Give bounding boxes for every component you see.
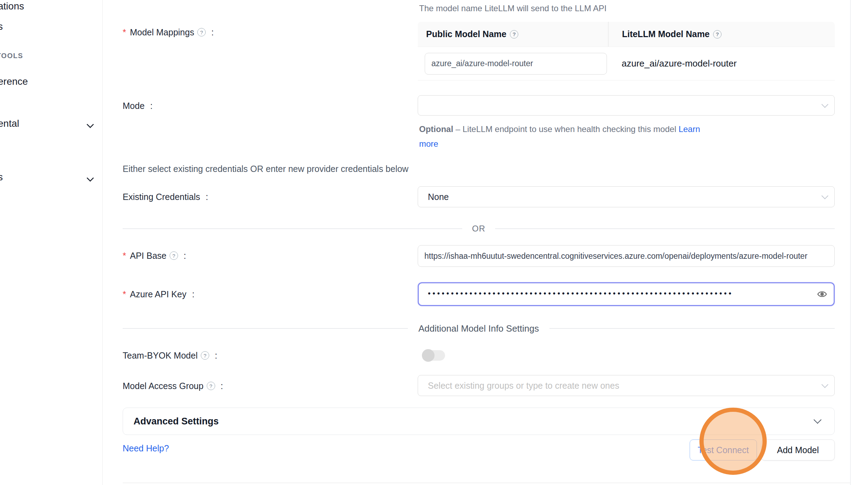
chevron-down-icon [821,101,828,108]
table-row: azure_ai/azure-model-router [418,47,835,81]
add-model-form-page: ations s TOOLS erence ental s The model … [0,0,868,485]
credentials-note: Either select existing credentials OR en… [123,164,409,174]
mode-help-prefix: Optional [419,124,453,134]
additional-settings-divider: Additional Model Info Settings [123,323,835,334]
chevron-down-icon [821,192,828,199]
team-byok-toggle[interactable] [423,350,445,361]
sidebar-item-erence[interactable]: erence [0,76,28,87]
model-mappings-header: Public Model Name ? LiteLLM Model Name ? [418,22,835,47]
test-connect-button[interactable]: Test Connect [690,439,757,460]
model-access-group-label: Model Access Group ? [123,379,223,393]
help-icon[interactable]: ? [170,251,178,260]
help-icon[interactable]: ? [207,382,215,390]
api-base-input[interactable] [418,245,835,267]
sidebar-item-s2[interactable]: s [0,172,3,183]
help-icon[interactable]: ? [713,30,722,39]
help-icon[interactable]: ? [510,30,518,39]
litellm-model-name-value: azure_ai/azure-model-router [622,58,737,69]
model-name-hint: The model name LiteLLM will send to the … [419,4,607,13]
sidebar-item-label: ental [0,118,19,129]
help-icon[interactable]: ? [201,351,209,360]
sidebar-item-ations[interactable]: ations [0,1,24,12]
chevron-down-icon [814,416,822,424]
mode-label: Mode [123,99,152,113]
model-access-group-placeholder: Select existing groups or type to create… [428,381,822,391]
existing-credentials-label: Existing Credentials [123,190,208,204]
required-asterisk: * [123,289,126,299]
need-help-link[interactable]: Need Help? [123,443,169,453]
sidebar-item-label: s [0,21,3,32]
sidebar-item-ental[interactable]: ental [0,118,19,129]
model-mappings-table: Public Model Name ? LiteLLM Model Name ?… [418,22,835,81]
advanced-settings-title: Advanced Settings [134,416,815,427]
public-model-name-input[interactable] [425,53,607,75]
azure-api-key-input[interactable]: ••••••••••••••••••••••••••••••••••••••••… [418,282,835,306]
model-mappings-label: * Model Mappings ? [123,25,214,39]
azure-api-key-label: * Azure API Key [123,287,194,301]
existing-credentials-select[interactable]: None [418,186,835,207]
existing-credentials-value: None [428,192,822,202]
mode-help-text: Optional – LiteLLM endpoint to use when … [419,122,717,151]
sidebar-section-label: TOOLS [0,52,23,60]
chevron-down-icon [821,381,828,388]
sidebar-item-label: erence [0,76,28,87]
chevron-down-icon[interactable] [87,121,94,128]
required-asterisk: * [123,27,126,37]
mode-select[interactable] [418,95,835,116]
column-public-model-name: Public Model Name ? [418,22,609,47]
bottom-divider [123,483,851,483]
sidebar-item-label: s [0,172,3,183]
help-icon[interactable]: ? [197,28,206,36]
model-access-group-select[interactable]: Select existing groups or type to create… [418,375,835,396]
add-model-button[interactable]: Add Model [761,439,835,460]
masked-api-key: ••••••••••••••••••••••••••••••••••••••••… [428,289,817,298]
column-litellm-model-name: LiteLLM Model Name ? [609,22,835,47]
or-divider: OR [123,223,835,234]
chevron-down-icon[interactable] [87,174,94,182]
eye-icon[interactable] [817,289,827,299]
toggle-knob [422,349,435,362]
sidebar-section-tools: TOOLS [0,52,23,60]
sidebar-item-label: ations [0,1,24,12]
sidebar: ations s TOOLS erence ental s [0,0,103,485]
required-asterisk: * [123,251,126,261]
content-right-edge [850,0,851,485]
sidebar-item-s1[interactable]: s [0,21,3,32]
team-byok-label: Team-BYOK Model ? [123,348,217,362]
api-base-label: * API Base ? [123,249,186,263]
advanced-settings-panel[interactable]: Advanced Settings [123,408,835,435]
